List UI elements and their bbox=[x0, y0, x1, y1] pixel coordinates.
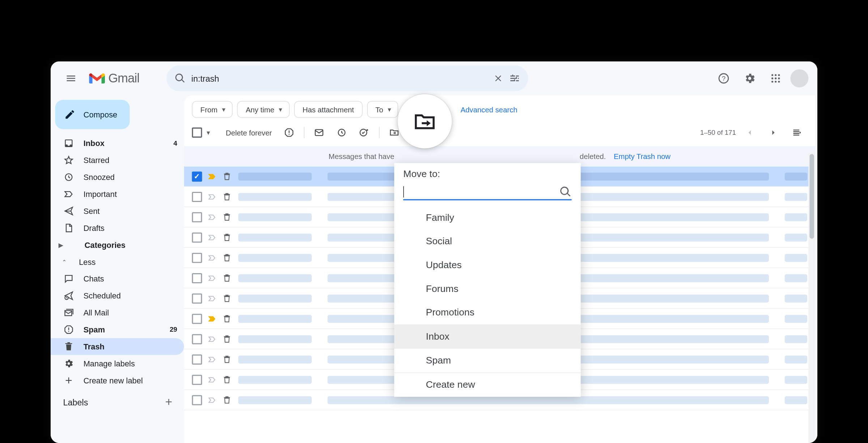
move-to-title: Move to: bbox=[394, 169, 581, 185]
filter-chip-any-time[interactable]: Any time▼ bbox=[237, 101, 290, 118]
sidebar-item-label: Create new label bbox=[84, 376, 143, 385]
move-to-option-spam[interactable]: Spam bbox=[394, 349, 581, 373]
move-to-option-inbox[interactable]: Inbox bbox=[394, 325, 581, 349]
row-checkbox[interactable] bbox=[192, 314, 202, 324]
date-placeholder bbox=[784, 274, 807, 282]
important-marker-icon[interactable] bbox=[208, 355, 217, 364]
important-marker-icon[interactable] bbox=[208, 212, 217, 222]
filter-chip-from[interactable]: From▼ bbox=[192, 101, 233, 118]
row-checkbox[interactable] bbox=[192, 253, 202, 263]
filter-chip-to[interactable]: To▼ bbox=[367, 101, 399, 118]
filter-chip-has-attachment[interactable]: Has attachment bbox=[294, 101, 362, 118]
important-marker-icon[interactable] bbox=[208, 314, 217, 323]
important-marker-icon[interactable] bbox=[208, 274, 217, 283]
important-marker-icon[interactable] bbox=[208, 334, 217, 343]
row-checkbox[interactable] bbox=[192, 374, 202, 384]
advanced-search-link[interactable]: Advanced search bbox=[460, 105, 517, 113]
search-input[interactable]: in:trash bbox=[191, 74, 488, 83]
report-spam-icon[interactable] bbox=[279, 122, 299, 143]
sidebar-item-label: Drafts bbox=[84, 223, 105, 232]
move-to-option-updates[interactable]: Updates bbox=[394, 253, 581, 277]
sidebar-item-label: Trash bbox=[84, 342, 105, 351]
date-placeholder bbox=[784, 193, 807, 201]
caret-up-icon: ⌃ bbox=[59, 259, 70, 265]
svg-point-6 bbox=[775, 77, 776, 79]
sidebar-item-sent[interactable]: Sent bbox=[51, 203, 184, 220]
row-checkbox[interactable] bbox=[192, 273, 202, 283]
move-to-option-family[interactable]: Family bbox=[394, 206, 581, 230]
snooze-icon[interactable] bbox=[331, 122, 352, 143]
important-marker-icon[interactable] bbox=[208, 253, 217, 262]
date-placeholder bbox=[784, 335, 807, 343]
sidebar-item-inbox[interactable]: Inbox4 bbox=[51, 135, 184, 152]
important-marker-icon[interactable] bbox=[208, 375, 217, 384]
sidebar-item-categories[interactable]: ▶Categories bbox=[51, 236, 184, 253]
sidebar-item-less[interactable]: ⌃Less bbox=[51, 253, 184, 270]
delete-forever-button[interactable]: Delete forever bbox=[221, 124, 277, 142]
search-icon[interactable] bbox=[174, 73, 186, 84]
sidebar-item-all-mail[interactable]: All Mail bbox=[51, 304, 184, 321]
search-bar[interactable]: in:trash bbox=[166, 65, 528, 91]
sidebar-item-create-new-label[interactable]: Create new label bbox=[51, 372, 184, 389]
important-marker-icon[interactable] bbox=[208, 294, 217, 303]
prev-page-icon[interactable] bbox=[739, 122, 760, 143]
sidebar-item-drafts[interactable]: Drafts bbox=[51, 220, 184, 237]
select-all-checkbox[interactable] bbox=[192, 128, 202, 138]
important-marker-icon[interactable] bbox=[208, 192, 217, 201]
row-checkbox[interactable] bbox=[192, 354, 202, 364]
scrollbar-thumb[interactable] bbox=[809, 154, 814, 238]
svg-point-7 bbox=[778, 77, 780, 79]
main-menu-icon[interactable] bbox=[60, 67, 82, 90]
date-placeholder bbox=[784, 213, 807, 221]
density-icon[interactable] bbox=[787, 122, 807, 143]
row-checkbox[interactable] bbox=[192, 232, 202, 242]
next-page-icon[interactable] bbox=[763, 122, 783, 143]
sidebar-item-trash[interactable]: Trash bbox=[51, 338, 184, 355]
move-to-search[interactable] bbox=[403, 185, 572, 201]
mark-read-icon[interactable] bbox=[309, 122, 329, 143]
support-icon[interactable]: ? bbox=[712, 67, 735, 90]
settings-icon[interactable] bbox=[738, 67, 761, 90]
row-checkbox[interactable] bbox=[192, 293, 202, 303]
move-to-option-create-new[interactable]: Create new bbox=[394, 373, 581, 397]
sidebar-item-manage-labels[interactable]: Manage labels bbox=[51, 355, 184, 372]
search-options-icon[interactable] bbox=[509, 73, 520, 84]
sidebar-item-label: Inbox bbox=[84, 139, 105, 148]
account-avatar[interactable] bbox=[790, 69, 808, 87]
add-label-icon[interactable] bbox=[164, 397, 174, 407]
empty-trash-link[interactable]: Empty Trash now bbox=[614, 152, 671, 160]
allmail-icon bbox=[63, 307, 74, 318]
sidebar-item-chats[interactable]: Chats bbox=[51, 270, 184, 287]
important-marker-icon[interactable] bbox=[208, 395, 217, 404]
important-marker-icon[interactable] bbox=[208, 233, 217, 242]
sidebar-item-starred[interactable]: Starred bbox=[51, 152, 184, 169]
chats-icon bbox=[63, 273, 74, 284]
apps-icon[interactable] bbox=[764, 67, 787, 90]
action-toolbar: ▼ Delete forever 1–50 of 171 bbox=[184, 121, 815, 146]
add-task-icon[interactable] bbox=[354, 122, 374, 143]
compose-button[interactable]: Compose bbox=[55, 100, 130, 129]
sidebar-item-important[interactable]: Important bbox=[51, 186, 184, 203]
move-to-option-social[interactable]: Social bbox=[394, 230, 581, 254]
row-checkbox[interactable] bbox=[192, 171, 202, 181]
svg-rect-15 bbox=[68, 331, 69, 332]
sidebar-item-snoozed[interactable]: Snoozed bbox=[51, 169, 184, 186]
sidebar-item-spam[interactable]: Spam29 bbox=[51, 321, 184, 338]
sender-placeholder bbox=[238, 172, 312, 180]
important-marker-icon[interactable] bbox=[208, 172, 217, 181]
sidebar-item-label: Snoozed bbox=[84, 173, 115, 182]
select-all-caret-icon[interactable]: ▼ bbox=[205, 129, 211, 136]
row-checkbox[interactable] bbox=[192, 192, 202, 202]
move-to-option-promotions[interactable]: Promotions bbox=[394, 301, 581, 325]
compose-label: Compose bbox=[84, 110, 118, 119]
gmail-logo-text: Gmail bbox=[108, 71, 139, 86]
row-checkbox[interactable] bbox=[192, 334, 202, 344]
gmail-logo[interactable]: Gmail bbox=[89, 71, 139, 86]
date-placeholder bbox=[784, 294, 807, 302]
row-checkbox[interactable] bbox=[192, 395, 202, 405]
sidebar-item-scheduled[interactable]: Scheduled bbox=[51, 287, 184, 304]
svg-point-2 bbox=[771, 74, 773, 76]
move-to-option-forums[interactable]: Forums bbox=[394, 277, 581, 301]
row-checkbox[interactable] bbox=[192, 212, 202, 222]
clear-search-icon[interactable] bbox=[493, 73, 503, 83]
